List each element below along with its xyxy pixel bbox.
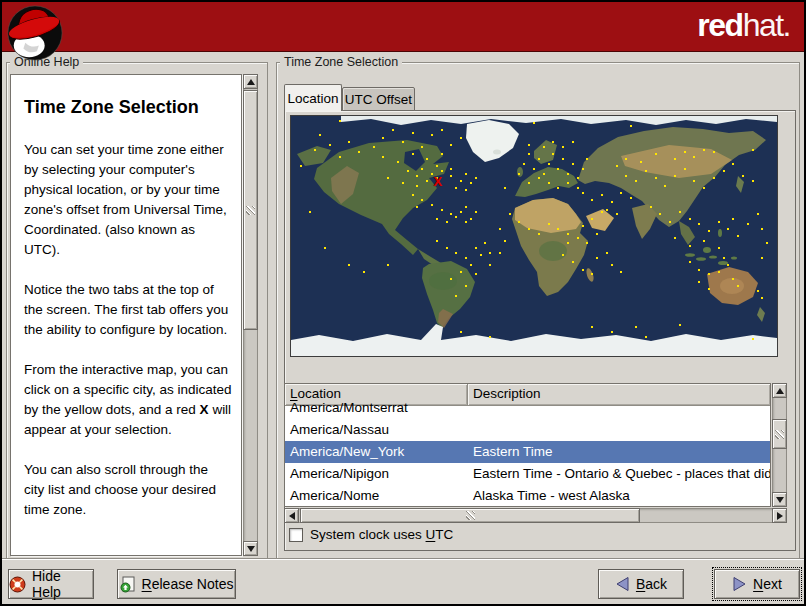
city-dot[interactable] (499, 252, 501, 254)
city-dot[interactable] (572, 163, 574, 165)
city-dot[interactable] (567, 182, 569, 184)
city-dot[interactable] (548, 223, 550, 225)
city-dot[interactable] (737, 235, 739, 237)
city-dot[interactable] (436, 165, 438, 167)
city-dot[interactable] (742, 175, 744, 177)
city-dot[interactable] (611, 331, 613, 333)
city-dot[interactable] (586, 242, 588, 244)
city-dot[interactable] (339, 156, 341, 158)
city-dot[interactable] (441, 129, 443, 131)
city-dot[interactable] (489, 264, 491, 266)
city-dot[interactable] (582, 269, 584, 271)
city-dot[interactable] (645, 170, 647, 172)
city-dot[interactable] (538, 233, 540, 235)
city-dot[interactable] (689, 218, 691, 220)
city-dot[interactable] (518, 173, 520, 175)
help-scroll-down-button[interactable] (243, 541, 258, 556)
city-dot[interactable] (713, 177, 715, 179)
city-dot[interactable] (732, 278, 734, 280)
city-dot[interactable] (523, 163, 525, 165)
city-dot[interactable] (484, 242, 486, 244)
city-dot[interactable] (475, 177, 477, 179)
city-dot[interactable] (450, 278, 452, 280)
city-dot[interactable] (669, 221, 671, 223)
city-dot[interactable] (620, 192, 622, 194)
city-dot[interactable] (674, 175, 676, 177)
hide-help-button[interactable]: Hide Help (8, 569, 94, 599)
city-dot[interactable] (470, 218, 472, 220)
city-dot[interactable] (431, 204, 433, 206)
city-dot[interactable] (586, 158, 588, 160)
city-dot[interactable] (460, 331, 462, 333)
city-dot[interactable] (421, 199, 423, 201)
city-dot[interactable] (460, 271, 462, 273)
city-dot[interactable] (572, 261, 574, 263)
city-dot[interactable] (655, 153, 657, 155)
city-dot[interactable] (455, 216, 457, 218)
city-dot[interactable] (679, 211, 681, 213)
city-dot[interactable] (533, 122, 535, 124)
city-dot[interactable] (601, 194, 603, 196)
city-dot[interactable] (698, 269, 700, 271)
city-dot[interactable] (567, 242, 569, 244)
table-vscrollbar-thumb[interactable] (772, 419, 787, 449)
city-dot[interactable] (698, 223, 700, 225)
city-dot[interactable] (392, 129, 394, 131)
city-dot[interactable] (518, 221, 520, 223)
city-dot[interactable] (426, 158, 428, 160)
city-dot[interactable] (329, 144, 331, 146)
table-scroll-up-button[interactable] (772, 383, 787, 398)
city-dot[interactable] (577, 237, 579, 239)
city-dot[interactable] (450, 213, 452, 215)
city-dot[interactable] (402, 141, 404, 143)
city-dot[interactable] (640, 161, 642, 163)
city-dot[interactable] (703, 240, 705, 242)
table-row[interactable]: America/NomeAlaska Time - west Alaska (285, 485, 770, 507)
city-dot[interactable] (431, 134, 433, 136)
city-dot[interactable] (557, 187, 559, 189)
city-dot[interactable] (659, 213, 661, 215)
city-dot[interactable] (528, 144, 530, 146)
tab-utc-offset[interactable]: UTC Offset (342, 87, 415, 111)
city-dot[interactable] (465, 173, 467, 175)
city-dot[interactable] (314, 149, 316, 151)
tab-location[interactable]: Location (284, 84, 342, 111)
city-dot[interactable] (752, 180, 754, 182)
city-dot[interactable] (761, 297, 763, 299)
city-dot[interactable] (757, 213, 759, 215)
city-dot[interactable] (708, 230, 710, 232)
city-dot[interactable] (718, 247, 720, 249)
city-dot[interactable] (319, 134, 321, 136)
table-row[interactable]: America/New_YorkEastern Time (285, 441, 770, 463)
city-dot[interactable] (591, 273, 593, 275)
city-dot[interactable] (708, 288, 710, 290)
city-dot[interactable] (300, 165, 302, 167)
city-dot[interactable] (470, 264, 472, 266)
city-dot[interactable] (596, 233, 598, 235)
city-dot[interactable] (645, 336, 647, 338)
city-dot[interactable] (480, 254, 482, 256)
city-dot[interactable] (455, 187, 457, 189)
city-dot[interactable] (382, 137, 384, 139)
city-dot[interactable] (455, 252, 457, 254)
city-dot[interactable] (373, 146, 375, 148)
city-dot[interactable] (703, 187, 705, 189)
city-dot[interactable] (460, 137, 462, 139)
city-dot[interactable] (309, 211, 311, 213)
city-dot[interactable] (596, 257, 598, 259)
city-dot[interactable] (625, 175, 627, 177)
city-dot[interactable] (562, 146, 564, 148)
city-dot[interactable] (397, 161, 399, 163)
city-dot[interactable] (718, 221, 720, 223)
city-dot[interactable] (543, 173, 545, 175)
city-dot[interactable] (732, 163, 734, 165)
city-dot[interactable] (591, 199, 593, 201)
city-dot[interactable] (616, 213, 618, 215)
city-dot[interactable] (727, 228, 729, 230)
city-dot[interactable] (650, 206, 652, 208)
city-dot[interactable] (727, 264, 729, 266)
city-dot[interactable] (475, 247, 477, 249)
city-dot[interactable] (572, 141, 574, 143)
city-dot[interactable] (339, 120, 341, 122)
table-scroll-left-button[interactable] (284, 508, 299, 523)
